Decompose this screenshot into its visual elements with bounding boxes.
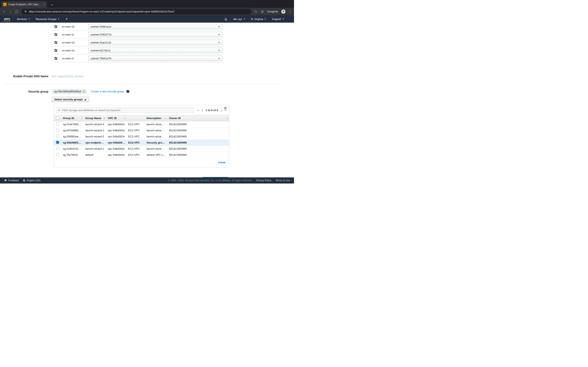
subnet-id: subnet-fd17dcc3 — [91, 49, 110, 52]
subnet-select[interactable]: subnet-30981a1e▼ — [88, 24, 222, 29]
gear-icon[interactable] — [224, 107, 227, 110]
security-group-table: Group ID▾ Group Name▾ VPC ID▾ Descriptio… — [54, 115, 229, 158]
terms-link[interactable]: Terms of Use — [276, 179, 290, 182]
sg-row-checkbox[interactable] — [56, 129, 59, 132]
sg-description: launch-wizar… — [145, 146, 167, 152]
caret-down-icon: ▼ — [218, 42, 220, 44]
nav-account[interactable]: abc.xyz▼ — [233, 17, 245, 21]
nav-pin-icon[interactable] — [65, 18, 68, 20]
sg-description: default VPC s… — [145, 152, 167, 158]
language-select[interactable]: English (US) — [23, 179, 40, 182]
sg-vpc-id: vpc-548a592e — [106, 152, 127, 158]
feedback-link[interactable]: Feedback — [4, 179, 19, 182]
chrome-menu-icon[interactable]: ⋮ — [289, 9, 292, 13]
nav-region[interactable]: N. Virginia▼ — [251, 17, 266, 21]
forward-button[interactable] — [9, 10, 12, 13]
sg-row[interactable]: sg-0c903233…launch-wizard-1vpc-548a592eE… — [54, 146, 229, 152]
sg-col-vpc-id[interactable]: VPC ID▾ — [106, 115, 127, 121]
private-dns-row: Enable Private DNS Name Not supported by… — [4, 75, 282, 78]
sg-row[interactable]: sg-05b298f3a…vpc-endpoint-…vpc-548a592eE… — [54, 140, 229, 146]
sg-col-group-id[interactable]: Group ID▾ — [61, 115, 84, 121]
bookmark-icon[interactable] — [261, 10, 264, 13]
sg-row[interactable]: sg-7fa73833defaultvpc-548a592eEC2-VPCdef… — [54, 152, 229, 158]
url-bar[interactable]: https://console.aws.amazon.com/vpc/home?… — [21, 9, 251, 15]
svg-point-0 — [255, 10, 256, 12]
subnet-select[interactable]: subnet-41ac2c1d▼ — [88, 40, 222, 45]
checkbox-icon[interactable] — [56, 117, 59, 119]
privacy-link[interactable]: Privacy Policy — [256, 179, 272, 182]
create-security-group-link[interactable]: Create a new security group — [91, 90, 124, 93]
sg-group-name: launch-wizard-5 — [84, 133, 106, 140]
nav-support[interactable]: Support▼ — [272, 17, 284, 21]
pager-prev-icon[interactable]: ❮ — [201, 109, 204, 112]
sg-type: EC2-VPC — [127, 127, 145, 133]
sg-vpc-id: vpc-548a592e — [106, 127, 127, 133]
pager-first-icon[interactable]: ⏮ — [197, 109, 199, 112]
sg-group-id: sg-0c903233… — [61, 146, 84, 152]
nav-services[interactable]: Services▼ — [17, 17, 30, 21]
sg-group-name: launch-wizard-2 — [84, 127, 106, 133]
subnet-checkbox[interactable] — [54, 33, 57, 36]
subnet-id: subnet-30981a1e — [91, 25, 111, 28]
browser-tab-active[interactable]: Create Endpoint | VPC Manage × — [1, 1, 47, 8]
nav-notifications-icon[interactable] — [224, 17, 227, 21]
sg-col-group-name[interactable]: Group Name▾ — [84, 115, 106, 121]
sg-group-id: sg-01de7563… — [61, 121, 84, 127]
sg-row[interactable]: sg-047a0960…launch-wizard-2vpc-548a592eE… — [54, 127, 229, 133]
sg-col-owner[interactable]: Owner ID▾ — [167, 115, 229, 121]
subnet-checkbox[interactable] — [54, 57, 57, 60]
sg-row-checkbox[interactable] — [56, 153, 59, 156]
create-endpoint-button[interactable]: Create endpoint — [202, 177, 229, 177]
chip-remove-icon[interactable]: × — [82, 90, 85, 93]
divider — [4, 84, 282, 84]
subnet-table: us-east-1bsubnet-30981a1e▼us-east-1csubn… — [52, 23, 224, 62]
zoom-icon[interactable] — [254, 10, 258, 13]
sg-owner-id: 651421650985 — [167, 140, 229, 146]
pager-next-icon[interactable]: ❯ — [220, 109, 222, 112]
lock-icon — [24, 10, 27, 13]
nav-resource-groups[interactable]: Resource Groups▼ — [36, 17, 60, 21]
security-group-chip-text: sg-05b298f3af85489a4 — [54, 90, 81, 93]
sg-close-link[interactable]: Close — [218, 161, 225, 164]
reload-button[interactable] — [15, 10, 18, 13]
sg-row[interactable]: sg-01de7563…launch-wizard-4vpc-548a592eE… — [54, 121, 229, 127]
sg-type: EC2-VPC — [127, 121, 145, 127]
subnet-select[interactable]: subnet-fd17dcc3▼ — [88, 48, 222, 53]
sg-filter-input[interactable] — [56, 107, 194, 113]
subnet-checkbox[interactable] — [54, 25, 57, 28]
sg-row-checkbox[interactable] — [56, 135, 59, 138]
caret-down-icon: ▼ — [218, 57, 220, 59]
select-security-groups-toggle[interactable]: Select security groups ▲ — [52, 97, 89, 102]
subnet-select[interactable]: subnet-3760377d▼ — [88, 32, 222, 37]
caret-down-icon: ▼ — [264, 18, 266, 20]
sg-col-description[interactable]: Description▾ — [145, 115, 167, 121]
incognito-label: Incognito — [267, 10, 278, 13]
subnet-az: us-east-1e — [60, 47, 86, 54]
subnet-select[interactable]: subnet-76641d79▼ — [88, 56, 222, 61]
sg-col-type[interactable] — [127, 115, 145, 121]
svg-point-2 — [284, 12, 284, 12]
browser-tab-title: Create Endpoint | VPC Manage — [8, 3, 41, 6]
sg-row-checkbox[interactable] — [56, 147, 59, 150]
sg-row[interactable]: sg-058900ea…launch-wizard-5vpc-548a592eE… — [54, 133, 229, 140]
subnet-id: subnet-41ac2c1d — [91, 41, 111, 44]
sg-owner-id: 651421650985 — [167, 121, 229, 127]
sg-group-id: sg-05b298f3a… — [61, 140, 84, 146]
subnet-checkbox[interactable] — [54, 49, 57, 52]
sg-col-select[interactable] — [54, 115, 61, 121]
info-icon[interactable]: i — [126, 90, 130, 93]
new-tab-button[interactable]: + — [49, 2, 55, 8]
aws-top-nav: aws Services▼ Resource Groups▼ abc.xyz▼ … — [0, 15, 294, 23]
private-dns-hint: Not supported by service — [52, 75, 83, 78]
caret-down-icon: ▼ — [282, 18, 284, 20]
sg-group-id: sg-7fa73833 — [61, 152, 84, 158]
subnet-checkbox[interactable] — [54, 41, 57, 44]
security-group-chip[interactable]: sg-05b298f3af85489a4 × — [52, 89, 87, 94]
sg-row-checkbox[interactable] — [56, 123, 59, 125]
close-tab-icon[interactable]: × — [43, 3, 45, 6]
sg-row-checkbox[interactable] — [56, 141, 59, 144]
subnet-az: us-east-1d — [60, 39, 86, 47]
back-button[interactable] — [2, 10, 6, 13]
aws-logo[interactable]: aws — [4, 17, 10, 21]
sg-filter-field[interactable] — [62, 108, 192, 112]
